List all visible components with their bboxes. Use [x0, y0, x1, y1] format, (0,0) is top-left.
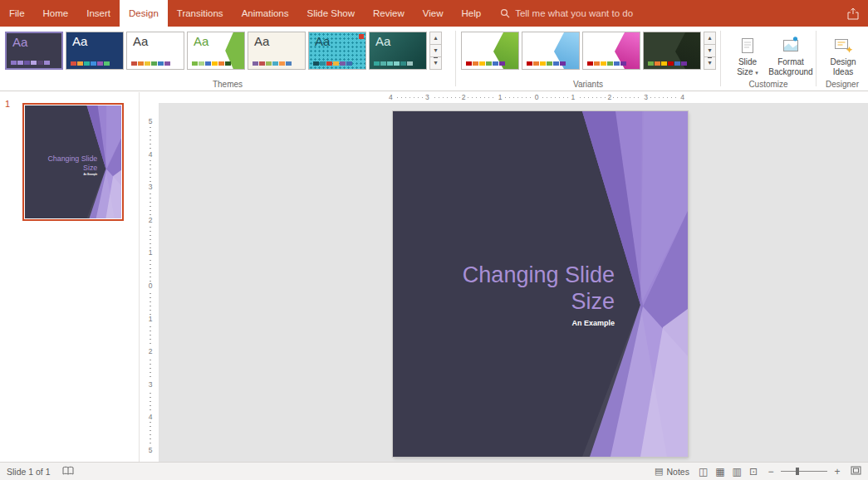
- zoom-slider[interactable]: [781, 471, 827, 472]
- vruler-number: 4: [149, 150, 153, 159]
- hruler-number: 0: [533, 93, 541, 102]
- zoom-controls: − +: [767, 466, 841, 478]
- tab-slide-show[interactable]: Slide Show: [298, 0, 365, 27]
- theme-color-strip: [71, 61, 110, 66]
- theme-color-strip: [253, 61, 292, 66]
- search-icon: [500, 8, 510, 18]
- tab-insert[interactable]: Insert: [77, 0, 120, 27]
- reading-view-button[interactable]: ▥: [733, 466, 742, 478]
- slide-size-label-line1: Slide: [738, 57, 757, 67]
- vruler-number: 5: [149, 446, 153, 455]
- theme-aa-label: Aa: [127, 32, 184, 47]
- powerpoint-window: FileHomeInsertDesignTransitionsAnimation…: [0, 0, 868, 480]
- zoom-in-button[interactable]: +: [833, 466, 841, 478]
- variants-gallery: [461, 32, 701, 70]
- slide-thumbnail-1[interactable]: [22, 103, 124, 221]
- slide-editor[interactable]: [393, 111, 688, 457]
- variants-scroll-up-button[interactable]: ▴: [704, 32, 716, 45]
- theme-aa-label: Aa: [370, 32, 426, 47]
- tab-view[interactable]: View: [414, 0, 453, 27]
- design-ideas-icon: [832, 34, 854, 57]
- vruler-number: 2: [149, 216, 153, 225]
- tab-animations[interactable]: Animations: [233, 0, 298, 27]
- variants-gallery-arrows: ▴ ▾ ▾: [704, 32, 716, 70]
- variant-color-strip: [527, 61, 566, 66]
- vruler-number: 5: [149, 117, 153, 126]
- slide-thumbnail-art: [25, 105, 121, 218]
- theme-dark-teal[interactable]: Aa: [369, 32, 427, 70]
- variant-pink[interactable]: [582, 32, 640, 70]
- variants-scroll-down-button[interactable]: ▾: [704, 44, 716, 57]
- tab-transitions[interactable]: Transitions: [168, 0, 233, 27]
- vruler-number: 3: [149, 380, 153, 389]
- format-background-label-line1: Format: [777, 57, 804, 67]
- ribbon-tabs: FileHomeInsertDesignTransitionsAnimation…: [0, 0, 490, 27]
- tab-design[interactable]: Design: [120, 0, 168, 27]
- vertical-ruler-numbers: 54321012345: [143, 117, 158, 455]
- status-right: ▤ Notes ◫▦▥⊡ − +: [655, 466, 868, 478]
- tab-help[interactable]: Help: [453, 0, 491, 27]
- format-background-icon: [781, 34, 801, 57]
- themes-scroll-up-button[interactable]: ▴: [429, 32, 442, 45]
- variants-group: ▴ ▾ ▾ Variants: [456, 27, 720, 91]
- status-bar: Slide 1 of 1 ▤ Notes ◫▦▥⊡ − +: [0, 462, 868, 480]
- vruler-number: 3: [149, 183, 153, 192]
- editing-canvas[interactable]: [159, 103, 868, 462]
- theme-tan-purple[interactable]: Aa: [248, 32, 306, 70]
- theme-green-swoosh[interactable]: Aa: [187, 32, 245, 70]
- designer-group: Design Ideas Designer: [817, 27, 868, 91]
- fit-slide-to-window-button[interactable]: [851, 466, 861, 477]
- format-background-button[interactable]: Format Background: [769, 32, 812, 77]
- slide-info: Slide 1 of 1: [7, 467, 51, 477]
- theme-office-white[interactable]: Aa: [126, 32, 184, 70]
- theme-color-strip: [313, 61, 352, 66]
- theme-aa-label: Aa: [7, 33, 61, 48]
- zoom-out-button[interactable]: −: [767, 466, 775, 478]
- theme-corner-accent: [359, 34, 364, 39]
- themes-more-button[interactable]: ▾: [429, 56, 442, 70]
- hruler-number: 2: [460, 93, 468, 102]
- theme-teal-dotted[interactable]: Aa: [308, 32, 366, 70]
- share-icon: [846, 7, 860, 20]
- tab-review[interactable]: Review: [364, 0, 414, 27]
- slide-show-view-button[interactable]: ⊡: [749, 466, 758, 478]
- ribbon: AaAaAaAaAaAaAa ▴ ▾ ▾ Themes ▴ ▾ ▾ Varian…: [0, 27, 868, 91]
- hruler-number: 4: [679, 93, 686, 102]
- slide-size-button[interactable]: Slide Size ▾: [726, 32, 769, 77]
- theme-dark-blue[interactable]: Aa: [66, 32, 124, 70]
- themes-gallery-arrows: ▴ ▾ ▾: [429, 32, 442, 70]
- tab-file[interactable]: File: [0, 0, 34, 27]
- variant-color-strip: [648, 61, 687, 66]
- variant-blue[interactable]: [522, 32, 580, 70]
- theme-current-purple[interactable]: Aa: [5, 32, 63, 70]
- vruler-number: 0: [149, 282, 153, 291]
- horizontal-ruler: 432101234: [140, 92, 868, 103]
- theme-color-strip: [374, 61, 413, 66]
- slides-panel: 1: [0, 92, 140, 462]
- accessibility-checker-icon[interactable]: [62, 466, 74, 478]
- themes-scroll-down-button[interactable]: ▾: [429, 44, 442, 57]
- variant-color-strip: [466, 61, 505, 66]
- tab-home[interactable]: Home: [34, 0, 78, 27]
- vruler-number: 2: [149, 347, 153, 356]
- design-ideas-button[interactable]: Design Ideas: [821, 32, 865, 77]
- theme-color-strip: [131, 61, 170, 66]
- tell-me-search[interactable]: Tell me what you want to do: [500, 0, 633, 27]
- variant-dark[interactable]: [643, 32, 701, 70]
- theme-aa-label: Aa: [248, 32, 305, 47]
- variant-green[interactable]: [461, 32, 519, 70]
- themes-group-label: Themes: [0, 80, 455, 89]
- dropdown-caret-icon: ▾: [755, 70, 758, 76]
- variants-more-button[interactable]: ▾: [704, 56, 716, 70]
- work-area: 1 432101234 54321012345: [0, 92, 868, 462]
- zoom-slider-knob[interactable]: [796, 468, 799, 475]
- slide-art-main: [393, 111, 688, 457]
- normal-view-button[interactable]: ◫: [699, 466, 708, 478]
- share-button[interactable]: [846, 0, 868, 27]
- slide-sorter-view-button[interactable]: ▦: [715, 466, 724, 478]
- slide-number: 1: [5, 99, 10, 109]
- hruler-number: 2: [606, 93, 613, 102]
- notes-button[interactable]: ▤ Notes: [655, 466, 689, 477]
- customize-group: Slide Size ▾ Format Background Customize: [721, 27, 816, 91]
- slide-size-label-line2: Size ▾: [737, 67, 758, 77]
